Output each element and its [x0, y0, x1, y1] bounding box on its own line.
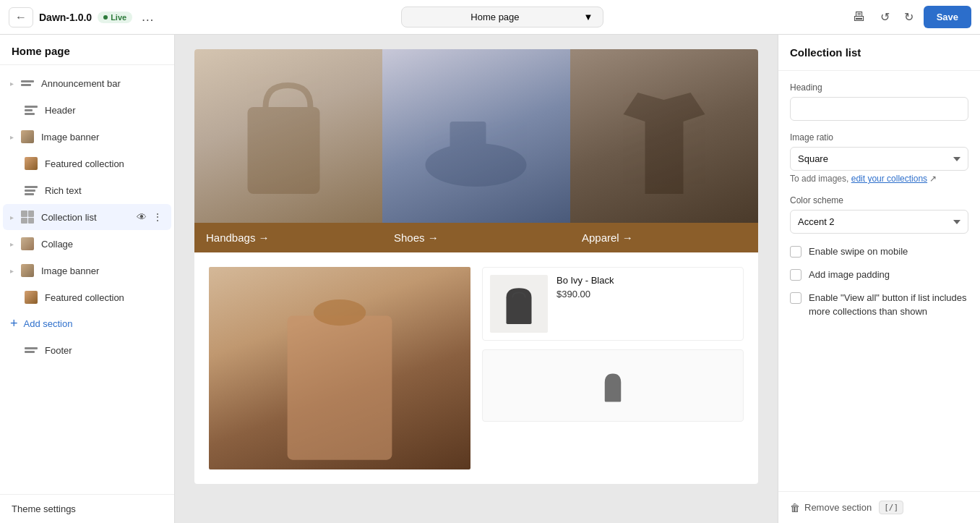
- chevron-down-icon: ▼: [584, 12, 593, 22]
- sidebar: Home page ▸ Announcement bar: [0, 35, 175, 523]
- add-section-label: Add section: [24, 318, 73, 329]
- save-button[interactable]: Save: [924, 6, 971, 28]
- remove-section-label: Remove section: [804, 502, 872, 513]
- edit-collections-link[interactable]: edit your collections: [851, 174, 927, 184]
- apparel-image: [570, 49, 758, 223]
- footer-icon: [23, 342, 39, 358]
- image-ratio-label: Image ratio: [790, 132, 968, 143]
- sidebar-item-label: Collection list: [41, 212, 129, 223]
- right-panel-header: Collection list: [778, 35, 980, 71]
- sidebar-item-label: Image banner: [41, 265, 164, 276]
- collection-item-apparel: Apparel →: [570, 49, 758, 252]
- shoes-label: Shoes →: [382, 223, 570, 252]
- topbar-left: ← Dawn-1.0.0 Live …: [9, 7, 157, 27]
- hide-section-button[interactable]: 👁: [135, 210, 148, 224]
- expand-arrow-icon: ▸: [10, 133, 14, 141]
- add-image-padding-label: Add image padding: [809, 268, 890, 281]
- undo-button[interactable]: ↺: [876, 7, 894, 27]
- collage-icon: [20, 236, 35, 252]
- enable-view-all-label: Enable "View all" button if list include…: [809, 292, 968, 318]
- enable-view-all-group: Enable "View all" button if list include…: [790, 292, 968, 318]
- plus-icon: +: [10, 316, 18, 331]
- sidebar-footer: Theme settings: [0, 494, 174, 523]
- external-link-icon: ↗: [929, 174, 937, 184]
- live-label: Live: [111, 13, 126, 22]
- sidebar-item-header[interactable]: Header: [3, 97, 171, 123]
- topbar-center: Home page ▼: [166, 7, 839, 27]
- sidebar-item-rich-text[interactable]: Rich text: [3, 177, 171, 203]
- enable-view-all-checkbox[interactable]: [790, 292, 801, 304]
- sidebar-item-featured-collection-1[interactable]: Featured collection: [3, 150, 171, 177]
- heading-group: Heading: [790, 82, 968, 121]
- sidebar-item-collection-list[interactable]: ▸ Collection list 👁 ⋮: [3, 204, 171, 230]
- drag-section-button[interactable]: ⋮: [151, 210, 164, 224]
- handbags-label: Handbags →: [194, 223, 382, 252]
- right-panel-footer: 🗑 Remove section [/]: [778, 491, 980, 523]
- shoes-image: [382, 49, 570, 223]
- apparel-label-text: Apparel →: [582, 231, 633, 244]
- sidebar-item-image-banner[interactable]: ▸ Image banner: [3, 124, 171, 150]
- expand-arrow-icon: ▸: [10, 80, 14, 88]
- product-info-1: Bo Ivy - Black $390.00: [556, 275, 736, 333]
- image-banner-icon: [20, 129, 35, 145]
- product-cards: Bo Ivy - Black $390.00: [482, 267, 744, 469]
- sidebar-header: Home page: [0, 35, 174, 65]
- product-name: Bo Ivy - Black: [556, 275, 736, 286]
- enable-swipe-label: Enable swipe on mobile: [809, 245, 908, 258]
- image-ratio-group: Image ratio Square Portrait Landscape Or…: [790, 132, 968, 184]
- expand-arrow-icon: ▸: [10, 213, 14, 221]
- add-section-button[interactable]: + Add section: [3, 311, 171, 336]
- image-banner-2-icon: [20, 263, 35, 278]
- expand-arrow-icon: ▸: [10, 267, 14, 275]
- sidebar-item-label: Announcement bar: [41, 78, 164, 89]
- sidebar-item-label: Featured collection: [45, 292, 164, 303]
- sidebar-item-featured-collection-2[interactable]: Featured collection: [3, 284, 171, 310]
- right-panel: Collection list Heading Image ratio Squa…: [778, 35, 980, 523]
- sidebar-item-label: Rich text: [45, 185, 164, 196]
- color-scheme-select[interactable]: Default Accent 1 Accent 2 Inverse: [790, 210, 968, 234]
- color-scheme-label: Color scheme: [790, 195, 968, 205]
- collection-list-icon: [20, 209, 35, 225]
- store-name: Dawn-1.0.0: [39, 12, 92, 23]
- page-selector-text: Home page: [412, 12, 577, 22]
- helper-text: To add images, edit your collections ↗: [790, 174, 968, 184]
- theme-settings-link[interactable]: Theme settings: [12, 503, 76, 514]
- sidebar-item-collage[interactable]: ▸ Collage: [3, 231, 171, 257]
- canvas-inner: Handbags → Shoes →: [194, 49, 758, 484]
- shortcut-badge: [/]: [879, 501, 903, 514]
- sidebar-item-announcement-bar[interactable]: ▸ Announcement bar: [3, 70, 171, 96]
- sidebar-title: Home page: [12, 45, 70, 57]
- live-dot: [103, 15, 108, 20]
- product-card-1: Bo Ivy - Black $390.00: [482, 267, 744, 341]
- enable-swipe-checkbox[interactable]: [790, 246, 801, 258]
- sidebar-item-label: Image banner: [41, 132, 164, 143]
- main-layout: Home page ▸ Announcement bar: [0, 35, 980, 523]
- to-add-images-text: To add images,: [790, 174, 851, 184]
- shoes-label-text: Shoes →: [394, 231, 439, 244]
- topbar: ← Dawn-1.0.0 Live … Home page ▼ 🖶 ↺ ↻ Sa…: [0, 0, 980, 35]
- sidebar-item-footer[interactable]: Footer: [3, 337, 171, 363]
- svg-point-4: [314, 299, 366, 326]
- svg-rect-0: [248, 107, 320, 194]
- add-image-padding-checkbox[interactable]: [790, 269, 801, 281]
- more-button[interactable]: …: [138, 7, 157, 27]
- back-button[interactable]: ←: [9, 7, 33, 27]
- image-ratio-select[interactable]: Square Portrait Landscape Original: [790, 147, 968, 171]
- product-card-2: [482, 349, 744, 422]
- handbags-image: [194, 49, 382, 223]
- sidebar-item-image-banner-2[interactable]: ▸ Image banner: [3, 258, 171, 284]
- trash-icon: 🗑: [790, 502, 800, 514]
- remove-section-button[interactable]: 🗑 Remove section: [790, 502, 872, 514]
- page-selector[interactable]: Home page ▼: [401, 7, 603, 27]
- add-image-padding-group: Add image padding: [790, 268, 968, 281]
- sidebar-item-label: Footer: [45, 345, 164, 356]
- product-price: $390.00: [556, 289, 736, 299]
- sidebar-item-label: Collage: [41, 239, 164, 250]
- heading-input[interactable]: [790, 97, 968, 121]
- redo-button[interactable]: ↻: [900, 7, 918, 27]
- desktop-view-button[interactable]: 🖶: [848, 7, 870, 27]
- announcement-bar-icon: [20, 75, 35, 91]
- topbar-right: 🖶 ↺ ↻ Save: [848, 6, 971, 28]
- expand-arrow-icon: ▸: [10, 240, 14, 248]
- heading-label: Heading: [790, 82, 968, 93]
